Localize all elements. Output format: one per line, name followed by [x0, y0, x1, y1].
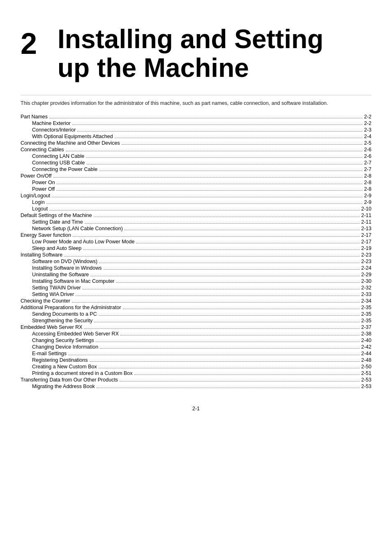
toc-page: 2-53 [361, 384, 371, 389]
toc-item: Transferring Data from Our Other Product… [21, 377, 371, 383]
toc-dots [84, 328, 360, 329]
toc-dots [96, 342, 360, 342]
toc-item: Strengthening the Security2-35 [21, 318, 371, 324]
toc-dots [66, 151, 362, 151]
toc-dots [85, 223, 360, 224]
toc-page: 2-8 [364, 173, 371, 179]
toc-page: 2-23 [361, 259, 371, 264]
toc-dots [100, 348, 360, 349]
toc-dots [90, 361, 360, 362]
toc-page: 2-44 [361, 351, 371, 356]
toc-item: Low Power Mode and Auto Low Power Mode2-… [21, 239, 371, 245]
toc-label: Checking the Counter [21, 298, 70, 304]
toc-dots [94, 217, 360, 217]
toc-item: Machine Exterior2-2 [21, 120, 371, 126]
toc-item: Embedded Web Server RX2-37 [21, 324, 371, 330]
toc-label: Strengthening the Security [32, 318, 92, 324]
toc-item: Connecting USB Cable2-7 [21, 160, 371, 166]
toc-dots [90, 276, 360, 276]
toc-label: Connecting the Machine and Other Devices [21, 140, 120, 146]
toc-page: 2-17 [361, 232, 371, 238]
toc-label: Setting WIA Driver [32, 291, 74, 297]
toc-dots [123, 309, 360, 309]
toc-label: Uninstalling the Software [32, 272, 89, 278]
toc-item: Installing Software in Mac Computer2-30 [21, 278, 371, 284]
toc-item: Logout2-10 [21, 206, 371, 212]
toc-item: Registering Destinations2-48 [21, 357, 371, 363]
toc-item: Accessing Embedded Web Server RX2-38 [21, 331, 371, 337]
toc-label: Power On [32, 180, 55, 185]
toc-page: 2-19 [361, 245, 371, 251]
toc-dots [116, 282, 360, 283]
toc-label: Power Off [32, 186, 55, 192]
toc-item: Additional Preparations for the Administ… [21, 305, 371, 310]
toc-item: Creating a New Custom Box2-50 [21, 364, 371, 370]
toc-page: 2-9 [364, 193, 371, 199]
toc-page: 2-9 [364, 199, 371, 205]
toc-page: 2-51 [361, 370, 371, 376]
toc-label: Embedded Web Server RX [21, 324, 83, 330]
toc-label: Network Setup (LAN Cable Connection) [32, 226, 123, 231]
toc-page: 2-17 [361, 239, 371, 245]
toc-dots [125, 230, 360, 230]
header-divider [21, 95, 371, 95]
toc-item: Connectors/Interior2-3 [21, 127, 371, 133]
toc-dots [72, 125, 362, 125]
chapter-description: This chapter provides information for th… [21, 99, 371, 107]
toc-dots [76, 296, 360, 296]
toc-label: E-mail Settings [32, 351, 67, 356]
toc-item: Setting WIA Driver2-33 [21, 291, 371, 297]
toc-item: Changing Device Information2-42 [21, 344, 371, 350]
toc-label: Installing Software in Mac Computer [32, 278, 115, 284]
page-number: 2-1 [21, 406, 371, 412]
toc-label: Software on DVD (Windows) [32, 259, 97, 264]
toc-page: 2-33 [361, 291, 371, 297]
toc-dots [72, 302, 360, 303]
toc-item: Checking the Counter2-34 [21, 298, 371, 304]
toc-label: Sleep and Auto Sleep [32, 245, 81, 251]
toc-page: 2-2 [364, 114, 371, 120]
toc-page: 2-35 [361, 318, 371, 324]
toc-item: Power On/Off2-8 [21, 173, 371, 179]
toc-dots [83, 250, 360, 250]
toc-item: Connecting the Machine and Other Devices… [21, 140, 371, 146]
toc-item: Login/Logout2-9 [21, 193, 371, 199]
toc-page: 2-48 [361, 357, 371, 363]
toc-page: 2-42 [361, 344, 371, 350]
chapter-title-line1: Installing and Setting [58, 25, 323, 53]
toc-dots [49, 118, 362, 118]
toc-page: 2-10 [361, 206, 371, 212]
toc-dots [115, 138, 362, 138]
toc-item: Setting Date and Time2-11 [21, 219, 371, 225]
toc-label: Migrating the Address Book [32, 384, 95, 389]
toc-item: Energy Saver function2-17 [21, 232, 371, 238]
toc-dots [136, 243, 360, 243]
toc-page: 2-6 [364, 153, 371, 159]
toc-item: Part Names2-2 [21, 114, 371, 120]
toc-label: With Optional Equipments Attached [32, 134, 113, 139]
toc-label: Changing Device Information [32, 344, 98, 350]
toc-page: 2-34 [361, 298, 371, 304]
toc-page: 2-38 [361, 331, 371, 337]
toc-item: Setting TWAIN Driver2-32 [21, 285, 371, 291]
toc-item: Connecting Cables2-6 [21, 147, 371, 153]
toc-label: Machine Exterior [32, 120, 71, 126]
toc-dots [99, 368, 360, 368]
chapter-header: 2 Installing and Setting up the Machine [21, 25, 371, 83]
toc-item: Changing Security Settings2-40 [21, 338, 371, 343]
toc-label: Logout [32, 206, 48, 212]
toc-label: Login/Logout [21, 193, 50, 199]
table-of-contents: Part Names2-2Machine Exterior2-2Connecto… [21, 114, 371, 389]
toc-label: Printing a document stored in a Custom B… [32, 370, 133, 376]
toc-page: 2-53 [361, 377, 371, 383]
toc-page: 2-7 [364, 166, 371, 172]
chapter-number: 2 [21, 25, 49, 58]
toc-dots [56, 190, 362, 191]
chapter-title-line2: up the Machine [58, 53, 323, 82]
toc-dots [122, 144, 362, 145]
toc-dots [99, 315, 360, 316]
toc-item: Sending Documents to a PC2-35 [21, 311, 371, 317]
toc-item: Network Setup (LAN Cable Connection)2-13 [21, 226, 371, 231]
toc-label: Installing Software in Windows [32, 265, 102, 271]
toc-label: Accessing Embedded Web Server RX [32, 331, 119, 337]
